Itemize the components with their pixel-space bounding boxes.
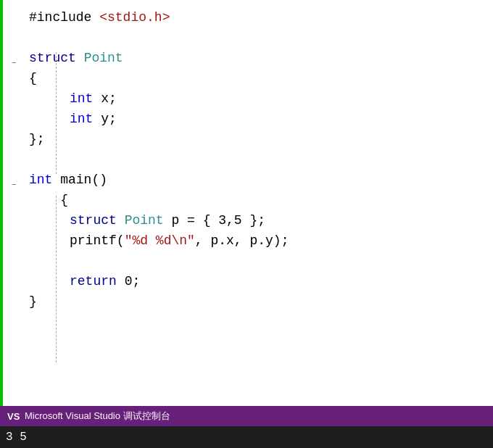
- console-area: 3 5: [0, 426, 493, 448]
- line-struct-decl: − struct Point: [23, 48, 493, 68]
- line-struct-close: };: [23, 129, 493, 149]
- line-empty-3: [23, 251, 493, 271]
- line-int-y: int y;: [23, 109, 493, 129]
- green-indicator: [0, 0, 3, 406]
- status-bar-title: Microsoft Visual Studio 调试控制台: [25, 410, 170, 423]
- code-content: #include <stdio.h> − struct Point { int …: [23, 0, 493, 406]
- line-empty-1: [23, 28, 493, 48]
- line-int-x: int x;: [23, 88, 493, 109]
- collapse-struct-icon[interactable]: −: [12, 53, 17, 73]
- line-empty-2: [23, 149, 493, 170]
- console-output: 3 5: [6, 431, 27, 444]
- line-struct-open: {: [23, 68, 493, 88]
- code-editor: #include <stdio.h> − struct Point { int …: [0, 0, 493, 406]
- collapse-main-icon[interactable]: −: [12, 175, 17, 195]
- fold-line-main: [56, 196, 57, 362]
- line-main-close: }: [23, 291, 493, 312]
- fold-line-struct: [56, 52, 57, 174]
- vs-logo-icon: VS: [6, 409, 20, 423]
- line-main-decl: − int main(): [23, 170, 493, 190]
- line-main-open: {: [23, 190, 493, 210]
- line-include: #include <stdio.h>: [23, 7, 493, 28]
- line-return: return 0;: [23, 271, 493, 291]
- svg-text:VS: VS: [7, 411, 20, 422]
- status-bar: VS Microsoft Visual Studio 调试控制台: [0, 406, 493, 426]
- line-struct-p: struct Point p = { 3,5 };: [23, 210, 493, 231]
- line-printf: printf("%d %d\n", p.x, p.y);: [23, 231, 493, 251]
